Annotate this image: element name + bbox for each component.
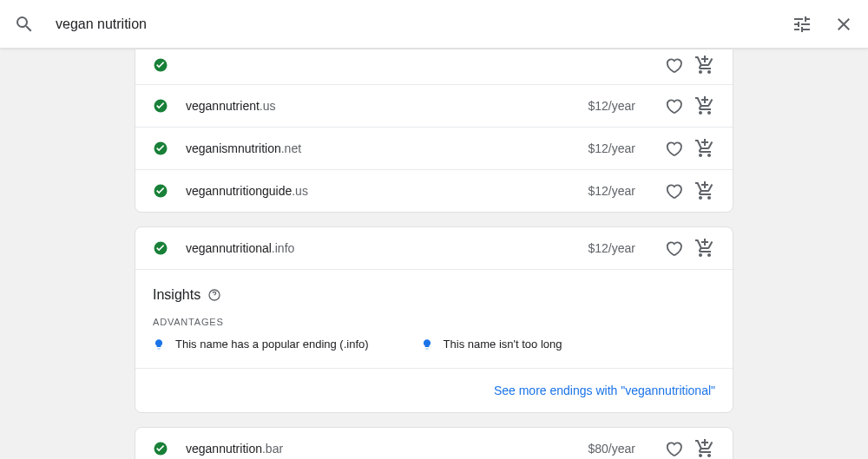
domain-price: $12/year <box>589 99 635 113</box>
check-circle-icon <box>153 141 168 156</box>
lightbulb-icon <box>153 338 165 351</box>
insights-title: Insights <box>153 287 201 303</box>
domain-row[interactable]: vegannutritionguide.us $12/year <box>135 170 733 212</box>
heart-icon[interactable] <box>663 438 684 459</box>
search-input[interactable] <box>56 16 792 32</box>
search-bar <box>0 0 868 49</box>
heart-icon[interactable] <box>663 180 684 201</box>
see-more-row: See more endings with "vegannutritional" <box>135 369 733 412</box>
featured-card: vegannutritional.info $12/year Insights … <box>135 226 733 413</box>
search-icon <box>14 14 35 35</box>
domain-row[interactable]: vegannutrient.us $12/year <box>135 85 733 128</box>
results-content: vegannutrient.us $12/year veganismnutrit… <box>0 49 868 459</box>
domain-price: $80/year <box>589 442 635 456</box>
domain-name: veganismnutrition.net <box>186 141 589 155</box>
domain-name: vegannutrient.us <box>186 99 589 113</box>
heart-icon[interactable] <box>663 238 684 259</box>
add-to-cart-icon[interactable] <box>694 95 715 116</box>
domain-price: $12/year <box>589 141 635 155</box>
add-to-cart-icon[interactable] <box>694 438 715 459</box>
help-icon[interactable] <box>207 288 221 302</box>
domain-price: $12/year <box>589 241 635 255</box>
domain-price: $12/year <box>589 184 635 198</box>
check-circle-icon <box>153 240 168 256</box>
domain-name: vegannutrition.bar <box>186 442 589 456</box>
add-to-cart-icon[interactable] <box>694 180 715 201</box>
check-circle-icon <box>153 441 168 456</box>
advantage-item: This name has a popular ending (.info) <box>153 338 369 351</box>
heart-icon[interactable] <box>663 138 684 159</box>
domain-name: vegannutritional.info <box>186 241 589 255</box>
lightbulb-icon <box>421 338 433 351</box>
domain-row[interactable]: vegannutritional.info $12/year <box>135 227 733 270</box>
heart-icon[interactable] <box>663 95 684 116</box>
add-to-cart-icon[interactable] <box>694 138 715 159</box>
advantage-item: This name isn't too long <box>421 338 562 351</box>
close-icon[interactable] <box>833 14 854 35</box>
domain-row[interactable]: veganismnutrition.net $12/year <box>135 128 733 170</box>
domain-row[interactable] <box>135 49 733 85</box>
add-to-cart-icon[interactable] <box>694 55 715 75</box>
check-circle-icon <box>153 183 168 199</box>
results-group-2: vegannutrition.bar $80/year veganismnutr… <box>135 427 733 459</box>
insights-section: Insights Advantages This name has a popu… <box>135 270 733 369</box>
domain-name: vegannutritionguide.us <box>186 184 589 198</box>
heart-icon[interactable] <box>663 55 684 75</box>
tune-icon[interactable] <box>792 14 812 35</box>
see-more-link[interactable]: See more endings with "vegannutritional" <box>494 384 715 397</box>
add-to-cart-icon[interactable] <box>694 238 715 259</box>
check-circle-icon <box>153 57 168 73</box>
domain-row[interactable]: vegannutrition.bar $80/year <box>135 428 733 459</box>
results-group-1: vegannutrient.us $12/year veganismnutrit… <box>135 49 733 213</box>
check-circle-icon <box>153 98 168 114</box>
advantages-label: Advantages <box>153 317 715 327</box>
